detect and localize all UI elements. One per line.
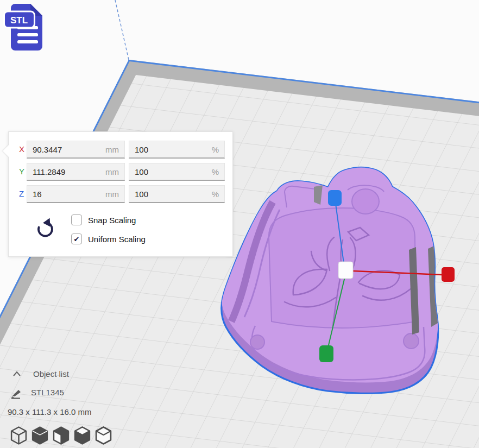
snap-scaling-label: Snap Scaling bbox=[88, 216, 136, 225]
z-percent-input[interactable] bbox=[135, 190, 196, 199]
snap-scaling-checkbox[interactable] bbox=[71, 214, 82, 225]
gizmo-handle-center[interactable] bbox=[338, 262, 353, 279]
scale-row-z: Z mm % bbox=[9, 185, 232, 204]
gizmo-handle-z[interactable] bbox=[328, 190, 342, 206]
scale-row-y: Y mm % bbox=[9, 163, 232, 181]
object-item-name: STL1345 bbox=[31, 388, 64, 397]
object-list-item[interactable]: STL1345 bbox=[7, 386, 148, 399]
solid-cube-icon[interactable] bbox=[31, 425, 49, 446]
open-top-cube-icon[interactable] bbox=[73, 425, 91, 446]
model-knob-hole bbox=[352, 189, 379, 214]
object-list-header[interactable]: Object list bbox=[7, 368, 148, 379]
gizmo-handle-y[interactable] bbox=[319, 345, 333, 362]
scale-tool-panel: X mm % Y mm % Z mm % bbox=[8, 131, 233, 257]
y-size-unit: mm bbox=[105, 167, 119, 176]
x-size-unit: mm bbox=[105, 145, 119, 154]
gizmo-handle-x[interactable] bbox=[442, 267, 455, 282]
x-percent-input[interactable] bbox=[135, 145, 196, 154]
pencil-icon bbox=[9, 387, 24, 400]
y-size-input[interactable] bbox=[33, 167, 94, 176]
chevron-up-icon[interactable] bbox=[12, 370, 22, 377]
uniform-scaling-checkbox[interactable]: ✔ bbox=[71, 234, 82, 244]
y-percent-unit: % bbox=[212, 167, 219, 176]
object-list-title: Object list bbox=[33, 369, 69, 378]
scale-row-x: X mm % bbox=[9, 141, 232, 159]
stl-file-badge: STL bbox=[3, 1, 50, 53]
z-size-unit: mm bbox=[105, 190, 119, 199]
z-percent-unit: % bbox=[212, 190, 219, 199]
y-size-field: mm bbox=[27, 163, 125, 181]
x-percent-unit: % bbox=[212, 145, 219, 154]
x-size-field: mm bbox=[27, 141, 125, 159]
y-percent-field: % bbox=[129, 163, 225, 181]
z-size-input[interactable] bbox=[33, 190, 94, 199]
x-size-input[interactable] bbox=[33, 145, 94, 154]
z-size-field: mm bbox=[27, 185, 125, 203]
stl-badge-label: STL bbox=[10, 15, 28, 26]
uniform-check-glyph: ✔ bbox=[74, 235, 80, 243]
uniform-scaling-label: Uniform Scaling bbox=[88, 235, 146, 244]
z-percent-field: % bbox=[129, 185, 225, 203]
y-percent-input[interactable] bbox=[135, 167, 196, 176]
panel-notch bbox=[3, 145, 9, 157]
object-dimensions: 90.3 x 111.3 x 16.0 mm bbox=[8, 407, 92, 417]
view-mode-toolbar bbox=[10, 425, 112, 446]
wireframe-cube-icon[interactable] bbox=[10, 425, 28, 446]
hollow-cube-icon[interactable] bbox=[94, 425, 112, 446]
x-percent-field: % bbox=[129, 141, 225, 159]
reset-scale-button[interactable] bbox=[34, 217, 56, 243]
open-front-cube-icon[interactable] bbox=[52, 425, 70, 446]
